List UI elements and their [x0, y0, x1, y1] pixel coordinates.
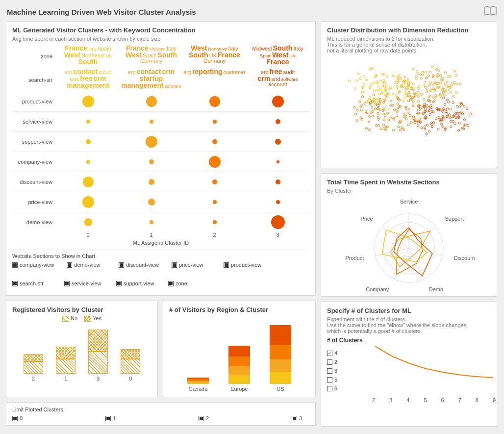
region-bar[interactable] [187, 378, 209, 384]
checkbox-label: service-view [72, 281, 101, 286]
region-bar[interactable] [270, 325, 291, 384]
svg-point-339 [424, 128, 426, 130]
svg-point-410 [454, 123, 456, 125]
bubble-cell[interactable] [183, 92, 246, 111]
svg-point-435 [412, 116, 414, 118]
bubble-x-label: 0 [56, 232, 120, 238]
bubble-cell[interactable] [120, 192, 183, 212]
section-checkbox[interactable]: zone [168, 281, 207, 286]
section-checkbox[interactable]: service-view [64, 281, 103, 286]
bubble-cell[interactable] [120, 172, 183, 192]
registered-bar[interactable] [56, 347, 76, 374]
section-checkbox[interactable]: support-view [116, 281, 155, 286]
svg-point-430 [463, 105, 465, 107]
bubble-circle [212, 179, 217, 184]
bubble-cell[interactable]: FranceItalySpainWestNortheastUKSouth [56, 45, 120, 68]
bubble-circle [213, 200, 217, 204]
wordcloud: erpreportingcustomer [183, 68, 246, 75]
scatter-plot[interactable] [327, 56, 491, 154]
svg-point-152 [443, 94, 445, 96]
bubble-cell[interactable] [56, 152, 120, 172]
registered-bar[interactable] [121, 349, 140, 374]
svg-point-290 [377, 112, 379, 114]
limit-checkbox[interactable]: 0 [12, 415, 51, 421]
svg-point-250 [408, 108, 410, 110]
registered-bar[interactable] [24, 354, 43, 374]
bubble-cell[interactable] [246, 192, 309, 212]
svg-point-64 [402, 100, 404, 102]
bubble-cell[interactable] [120, 112, 183, 131]
bubble-cell[interactable] [246, 132, 309, 152]
svg-point-282 [401, 127, 403, 128]
svg-point-401 [430, 104, 432, 106]
svg-point-299 [392, 129, 394, 131]
book-icon[interactable] [483, 6, 497, 18]
svg-point-35 [371, 68, 373, 70]
svg-point-192 [425, 86, 427, 88]
section-checkbox[interactable]: search-str [12, 281, 51, 286]
bubble-cell[interactable] [56, 192, 120, 212]
section-checkbox[interactable]: demo-view [67, 262, 106, 268]
bubble-cell[interactable] [56, 212, 120, 232]
bubble-cell[interactable] [56, 132, 120, 152]
bubble-cell[interactable] [246, 112, 309, 131]
bubble-cell[interactable] [246, 152, 309, 172]
svg-point-121 [440, 74, 442, 76]
svg-point-246 [404, 106, 406, 108]
bubble-cell[interactable] [56, 172, 120, 192]
limit-checkbox[interactable]: 1 [105, 415, 145, 421]
bubble-cell[interactable]: erpfreeauditcrmandsoftwareaccount [246, 68, 309, 92]
svg-point-397 [426, 133, 428, 135]
bubble-cell[interactable]: MidwestSouthItalySpainWestUKFrance [246, 45, 309, 68]
section-checkbox[interactable]: price-view [172, 262, 211, 268]
bubble-cell[interactable] [183, 152, 246, 172]
bubble-cell[interactable]: erpreportingcustomer [183, 68, 246, 92]
region-x-label: Europe [228, 386, 250, 392]
bubble-cell[interactable]: FranceMidwestItalyWestSpainSouthGermany [120, 45, 183, 68]
svg-point-29 [370, 83, 372, 85]
bubble-cell[interactable] [183, 172, 246, 192]
bubble-cell[interactable] [120, 152, 183, 172]
bubble-cell[interactable] [246, 92, 309, 111]
limit-checkbox[interactable]: 2 [199, 415, 238, 421]
svg-point-224 [396, 111, 398, 113]
bubble-cell[interactable]: WestNortheastItalySouthUKFranceGermany [183, 45, 246, 68]
cluster-count-option[interactable]: 4 [327, 350, 366, 356]
bubble-cell[interactable] [183, 132, 246, 152]
bubble-cell[interactable] [183, 192, 246, 212]
cluster-count-option[interactable]: 5 [327, 377, 366, 383]
cluster-count-option[interactable]: 3 [327, 368, 366, 374]
cluster-count-option[interactable]: 2 [327, 359, 366, 365]
svg-point-264 [399, 129, 401, 131]
svg-point-419 [424, 126, 426, 128]
bubble-cell[interactable]: erpcontactcrmstartupmanagementsoftware [120, 68, 183, 92]
section-checkbox[interactable]: product-view [224, 262, 263, 268]
svg-point-288 [407, 112, 409, 114]
bubble-cell[interactable] [246, 212, 309, 232]
region-segment [270, 345, 291, 359]
bubble-cell[interactable]: erpcontactcloudsitesfreecrmmanagement [56, 68, 120, 92]
bubble-cell[interactable] [56, 92, 120, 111]
bubble-cell[interactable] [120, 212, 183, 232]
registered-bar[interactable] [88, 330, 108, 374]
region-panel: # of Visitors by Region & Cluster Canada… [163, 301, 316, 397]
radar-chart[interactable]: ServiceSupportDiscountDemoCompanyProduct… [330, 197, 487, 295]
bubble-cell[interactable] [183, 212, 246, 232]
elbow-x-label: 5 [424, 397, 427, 403]
svg-point-159 [422, 74, 424, 76]
region-bar[interactable] [228, 346, 250, 384]
svg-point-96 [377, 86, 379, 88]
region-segment [228, 375, 250, 384]
cluster-count-option[interactable]: 6 [327, 385, 366, 391]
elbow-line-chart[interactable] [370, 337, 498, 396]
bubble-cell[interactable] [246, 172, 309, 192]
elbow-x-label: 4 [406, 397, 409, 403]
section-checkbox[interactable]: company-view [12, 262, 54, 268]
wordcloud: FranceMidwestItalyWestSpainSouthGermany [120, 45, 183, 64]
bubble-cell[interactable] [120, 92, 183, 111]
bubble-cell[interactable] [183, 112, 246, 131]
bubble-cell[interactable] [56, 112, 120, 131]
section-checkbox[interactable]: discount-view [119, 262, 159, 268]
bubble-cell[interactable] [120, 132, 183, 152]
svg-point-102 [373, 82, 375, 84]
